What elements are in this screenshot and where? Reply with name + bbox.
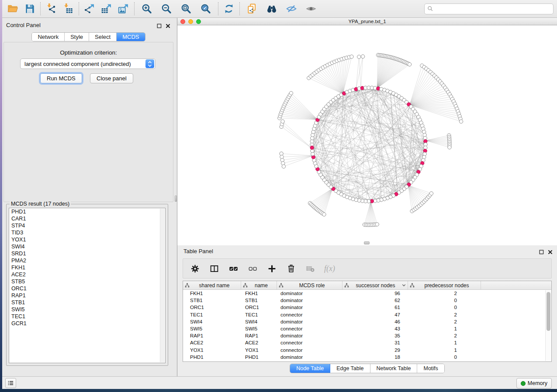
export-network-button[interactable] bbox=[83, 2, 96, 15]
cell: dominator bbox=[277, 305, 343, 310]
table-row[interactable]: PHD1PHD1dominator180 bbox=[183, 354, 551, 361]
mcds-result-item[interactable]: STB1 bbox=[9, 299, 165, 306]
import-table-button[interactable] bbox=[62, 2, 75, 15]
refresh-icon bbox=[223, 3, 235, 14]
network-window-titlebar[interactable]: YPA_prune.txt_1 bbox=[177, 18, 557, 25]
close-panel-icon[interactable] bbox=[166, 22, 170, 30]
mcds-list-scrollbar[interactable] bbox=[160, 209, 165, 362]
zoom-fit-icon bbox=[180, 3, 192, 14]
mcds-result-item[interactable]: ORC1 bbox=[9, 285, 165, 292]
mcds-result-item[interactable]: ACE2 bbox=[9, 271, 165, 278]
tab-select[interactable]: Select bbox=[89, 33, 117, 41]
network-canvas[interactable] bbox=[177, 25, 557, 245]
network-window-title: YPA_prune.txt_1 bbox=[177, 19, 557, 24]
mcds-result-item[interactable]: CAR1 bbox=[9, 215, 165, 222]
add-column-button[interactable] bbox=[266, 263, 277, 274]
hide-glyphs-button[interactable] bbox=[285, 2, 298, 15]
mcds-result-item[interactable]: TID3 bbox=[9, 229, 165, 236]
import-network-icon bbox=[45, 3, 57, 14]
table-row[interactable]: TEC1TEC1connector472 bbox=[183, 311, 551, 318]
mcds-result-item[interactable]: TEC1 bbox=[9, 313, 165, 320]
tab-mcds[interactable]: MCDS bbox=[117, 33, 145, 41]
cell: 0 bbox=[408, 298, 481, 303]
search-icon bbox=[427, 6, 433, 12]
criterion-dropdown[interactable]: largest connected component (undirected) bbox=[20, 58, 156, 69]
splitter-handle[interactable] bbox=[175, 196, 177, 202]
horizontal-splitter-handle[interactable] bbox=[364, 241, 370, 244]
zoom-in-icon bbox=[141, 3, 152, 14]
mcds-result-item[interactable]: PMA2 bbox=[9, 257, 165, 264]
column-type-icon bbox=[243, 283, 248, 288]
zoom-fit-button[interactable] bbox=[180, 2, 193, 15]
column-header-MCDS-role[interactable]: MCDS role bbox=[277, 281, 343, 289]
export-image-button[interactable] bbox=[117, 2, 130, 15]
tab-network[interactable]: Network bbox=[32, 33, 65, 41]
tab-style[interactable]: Style bbox=[65, 33, 89, 41]
cell: STB1 bbox=[241, 298, 277, 303]
delete-column-button[interactable] bbox=[286, 263, 296, 274]
mcds-result-item[interactable]: RAP1 bbox=[9, 292, 165, 299]
split-pane-button[interactable] bbox=[209, 263, 219, 274]
node-table: shared namenameMCDS rolesuccessor nodesp… bbox=[183, 281, 552, 362]
cell: 1 bbox=[408, 347, 481, 353]
float-panel-icon[interactable] bbox=[157, 22, 162, 30]
cell: FKH1 bbox=[183, 291, 241, 296]
mcds-result-item[interactable]: PHD1 bbox=[9, 208, 165, 215]
zoom-in-button[interactable] bbox=[140, 2, 153, 15]
mcds-result-item[interactable]: SWI5 bbox=[9, 306, 165, 313]
refresh-button[interactable] bbox=[222, 2, 235, 15]
search-network-button[interactable] bbox=[265, 2, 278, 15]
close-panel-icon[interactable] bbox=[548, 248, 553, 256]
tab-network-table[interactable]: Network Table bbox=[370, 364, 418, 373]
mcds-result-item[interactable]: STB5 bbox=[9, 278, 165, 285]
zoom-selected-button[interactable] bbox=[199, 2, 212, 15]
task-history-button[interactable] bbox=[5, 378, 16, 388]
column-header-predecessor-nodes[interactable]: predecessor nodes bbox=[408, 281, 481, 289]
zoom-out-button[interactable] bbox=[160, 2, 173, 15]
mcds-result-item[interactable]: SRD1 bbox=[9, 250, 165, 257]
import-network-button[interactable] bbox=[45, 2, 58, 15]
tab-node-table[interactable]: Node Table bbox=[290, 364, 330, 373]
select-all-button[interactable] bbox=[228, 263, 239, 274]
mcds-result-title: MCDS result (17 nodes) bbox=[10, 201, 71, 207]
table-row[interactable]: ACE2ACE2connector311 bbox=[183, 339, 551, 346]
run-mcds-button[interactable]: Run MCDS bbox=[40, 73, 82, 83]
table-destroy-button[interactable] bbox=[305, 263, 315, 274]
mcds-result-item[interactable]: YOX1 bbox=[9, 236, 165, 243]
memory-button[interactable]: Memory bbox=[516, 378, 552, 389]
mcds-result-item[interactable]: STP4 bbox=[9, 222, 165, 229]
close-panel-button[interactable]: Close panel bbox=[90, 73, 133, 83]
save-session-button[interactable] bbox=[23, 2, 36, 15]
export-table-button[interactable] bbox=[100, 2, 113, 15]
column-header-name[interactable]: name bbox=[241, 281, 277, 289]
scrollbar-thumb[interactable] bbox=[547, 292, 550, 331]
float-panel-icon[interactable] bbox=[539, 248, 544, 256]
table-row[interactable]: STB1STB1dominator620 bbox=[183, 297, 551, 304]
tab-motifs[interactable]: Motifs bbox=[417, 364, 444, 373]
gear-button[interactable] bbox=[190, 263, 200, 274]
tab-edge-table[interactable]: Edge Table bbox=[330, 364, 370, 373]
mcds-result-item[interactable]: FKH1 bbox=[9, 264, 165, 271]
column-header-shared-name[interactable]: shared name bbox=[183, 281, 241, 289]
mcds-result-item[interactable]: SWI4 bbox=[9, 243, 165, 250]
table-scrollbar[interactable] bbox=[545, 290, 551, 361]
open-file-button[interactable] bbox=[6, 2, 19, 15]
cell: 47 bbox=[343, 312, 408, 317]
table-row[interactable]: FKH1FKH1dominator962 bbox=[183, 290, 551, 297]
show-glyphs-button[interactable] bbox=[304, 2, 318, 15]
search-box[interactable] bbox=[424, 3, 554, 14]
table-row[interactable]: ORC1ORC1dominator610 bbox=[183, 304, 551, 311]
function-builder-button[interactable]: f(x) bbox=[324, 263, 335, 274]
table-row[interactable]: SWI5SWI5connector431 bbox=[183, 325, 551, 332]
table-row[interactable]: SWI4SWI4dominator462 bbox=[183, 318, 551, 325]
deselect-all-button[interactable] bbox=[247, 263, 258, 274]
cell: ACE2 bbox=[183, 340, 241, 345]
table-row[interactable]: YOX1YOX1connector291 bbox=[183, 347, 551, 354]
mcds-result-list[interactable]: PHD1CAR1STP4TID3YOX1SWI4SRD1PMA2FKH1ACE2… bbox=[9, 208, 166, 363]
cell: 62 bbox=[343, 298, 408, 303]
copy-style-button[interactable] bbox=[246, 2, 259, 15]
mcds-result-item[interactable]: GCR1 bbox=[9, 320, 165, 327]
column-header-successor-nodes[interactable]: successor nodes bbox=[343, 281, 408, 289]
search-input[interactable] bbox=[436, 6, 550, 12]
table-row[interactable]: RAP1RAP1dominator352 bbox=[183, 332, 551, 339]
